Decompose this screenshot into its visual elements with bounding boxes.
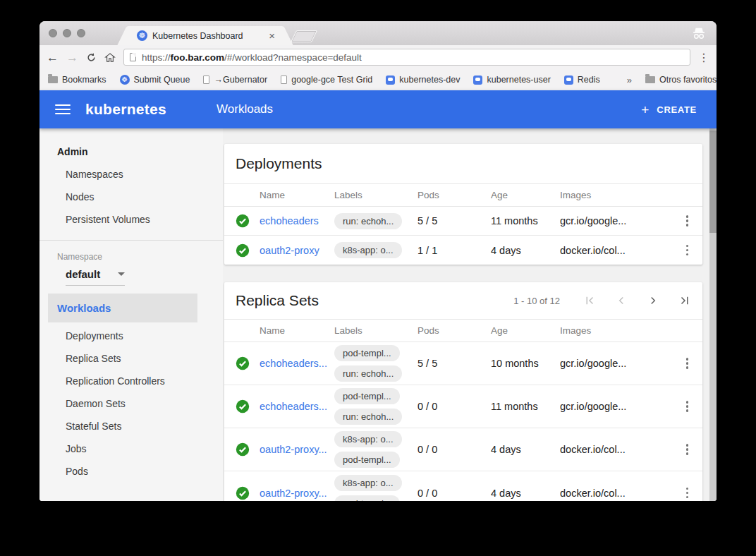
- age-cell: 4 days: [491, 488, 560, 499]
- column-pods: Pods: [417, 325, 491, 336]
- folder-icon: [48, 76, 58, 83]
- new-tab-button[interactable]: [291, 30, 317, 42]
- chat-icon: [386, 75, 395, 85]
- row-menu-icon[interactable]: [683, 485, 692, 501]
- sidebar-item-workloads[interactable]: Workloads: [48, 294, 197, 322]
- table-row: oauth2-proxy... k8s-app: o... pod-templ.…: [224, 428, 702, 471]
- images-cell: gcr.io/google...: [560, 215, 671, 226]
- incognito-icon: [691, 27, 707, 40]
- bookmark-folder-bookmarks[interactable]: Bookmarks: [48, 75, 106, 85]
- bookmark-folder-otros-favoritos[interactable]: Otros favoritos: [645, 75, 717, 85]
- status-ok-icon: [236, 356, 250, 370]
- pagination: 1 - 10 of 12: [513, 294, 691, 307]
- app-body: Admin Namespaces Nodes Persistent Volume…: [39, 128, 717, 501]
- label-chip: k8s-app: o...: [334, 242, 402, 258]
- sidebar-item-namespaces[interactable]: Namespaces: [39, 163, 223, 186]
- replica-set-link[interactable]: echoheaders...: [260, 401, 334, 412]
- browser-window: ☸ Kubernetes Dashboard × ← → https://foo…: [39, 21, 717, 501]
- column-name: Name: [260, 190, 334, 200]
- pagination-range: 1 - 10 of 12: [513, 296, 560, 306]
- column-images: Images: [560, 190, 671, 200]
- namespace-value: default: [66, 268, 100, 280]
- scrollbar-thumb[interactable]: [709, 131, 717, 233]
- create-button[interactable]: + CREATE: [641, 103, 697, 116]
- namespace-label: Namespace: [39, 249, 223, 265]
- row-menu-icon[interactable]: [683, 398, 692, 415]
- bookmark-gubernator[interactable]: →Gubernator: [203, 75, 267, 85]
- sidebar-item-persistent-volumes[interactable]: Persistent Volumes: [39, 208, 223, 231]
- sidebar-item-replica-sets[interactable]: Replica Sets: [39, 347, 223, 370]
- browser-toolbar: ← → https://foo.bar.com/#/workload?names…: [39, 45, 717, 69]
- zoom-window-button[interactable]: [77, 29, 85, 37]
- column-labels: Labels: [334, 325, 417, 336]
- pods-cell: 5 / 5: [417, 358, 491, 369]
- deployments-card-title: Deployments: [236, 155, 322, 172]
- chat-icon: [564, 75, 573, 85]
- browser-tab[interactable]: ☸ Kubernetes Dashboard ×: [128, 26, 282, 45]
- home-button[interactable]: [104, 52, 116, 63]
- reload-button[interactable]: [86, 52, 97, 63]
- page-icon: [281, 75, 287, 84]
- page-security-icon[interactable]: [130, 53, 136, 61]
- row-menu-icon[interactable]: [683, 212, 692, 229]
- age-cell: 11 months: [491, 215, 560, 226]
- sidebar-item-stateful-sets[interactable]: Stateful Sets: [39, 415, 223, 437]
- status-ok-icon: [236, 486, 250, 500]
- replica-set-link[interactable]: oauth2-proxy...: [260, 444, 334, 455]
- column-name: Name: [260, 325, 334, 336]
- age-cell: 4 days: [491, 245, 560, 256]
- deployment-link[interactable]: echoheaders: [260, 215, 334, 226]
- namespace-select[interactable]: default: [66, 268, 125, 286]
- address-bar[interactable]: https://foo.bar.com/#/workload?namespace…: [123, 49, 690, 66]
- tab-title: Kubernetes Dashboard: [152, 31, 267, 41]
- status-ok-icon: [236, 442, 250, 457]
- bookmark-submit-queue[interactable]: ☸ Submit Queue: [120, 75, 190, 85]
- browser-menu-icon[interactable]: ⋮: [698, 51, 709, 64]
- folder-icon: [645, 76, 655, 83]
- forward-button[interactable]: →: [66, 52, 78, 64]
- sidebar-item-admin[interactable]: Admin: [39, 140, 223, 163]
- sidebar-item-jobs[interactable]: Jobs: [39, 437, 223, 460]
- last-page-icon[interactable]: [678, 294, 691, 307]
- row-menu-icon[interactable]: [683, 242, 692, 259]
- age-cell: 4 days: [491, 444, 560, 455]
- bookmark-kubernetes-user[interactable]: kubernetes-user: [473, 75, 550, 85]
- row-menu-icon[interactable]: [683, 441, 692, 458]
- next-page-icon[interactable]: [647, 294, 659, 307]
- pods-cell: 0 / 0: [417, 444, 491, 455]
- back-button[interactable]: ←: [47, 52, 59, 64]
- sidebar-item-replication-controllers[interactable]: Replication Controllers: [39, 370, 223, 392]
- close-window-button[interactable]: [49, 29, 57, 37]
- replica-sets-card-title: Replica Sets: [236, 292, 319, 309]
- hamburger-menu-icon[interactable]: [55, 104, 71, 114]
- bookmarks-bar: Bookmarks ☸ Submit Queue →Gubernator goo…: [39, 69, 717, 90]
- images-cell: docker.io/col...: [560, 245, 671, 256]
- replica-set-link[interactable]: echoheaders...: [260, 358, 334, 369]
- images-cell: gcr.io/google...: [560, 358, 671, 369]
- deployment-link[interactable]: oauth2-proxy: [260, 245, 334, 256]
- age-cell: 10 months: [491, 358, 560, 369]
- bookmark-google-gce-test-grid[interactable]: google-gce Test Grid: [281, 75, 372, 85]
- table-row: echoheaders run: echoh... 5 / 5 11 month…: [224, 207, 702, 236]
- close-tab-icon[interactable]: ×: [267, 30, 276, 42]
- first-page-icon[interactable]: [583, 294, 596, 307]
- row-menu-icon[interactable]: [683, 355, 692, 372]
- bookmark-redis[interactable]: Redis: [564, 75, 600, 85]
- bookmarks-overflow-icon[interactable]: »: [627, 75, 632, 85]
- deployments-card: Deployments Name Labels Pods Age Images …: [224, 144, 702, 265]
- sidebar-item-nodes[interactable]: Nodes: [39, 186, 223, 208]
- kubernetes-favicon-icon: ☸: [137, 30, 147, 41]
- sidebar-item-pods[interactable]: Pods: [39, 460, 223, 483]
- page-scrollbar[interactable]: [709, 128, 717, 501]
- sidebar-item-deployments[interactable]: Deployments: [39, 325, 223, 347]
- column-age: Age: [491, 325, 560, 336]
- sidebar-item-daemon-sets[interactable]: Daemon Sets: [39, 392, 223, 415]
- minimize-window-button[interactable]: [63, 29, 71, 37]
- pods-cell: 5 / 5: [417, 215, 491, 226]
- previous-page-icon[interactable]: [615, 294, 628, 307]
- page-title: Workloads: [217, 102, 273, 116]
- label-chip: k8s-app: o...: [334, 431, 402, 447]
- kubernetes-icon: ☸: [120, 75, 130, 85]
- replica-set-link[interactable]: oauth2-proxy...: [260, 488, 334, 499]
- bookmark-kubernetes-dev[interactable]: kubernetes-dev: [386, 75, 460, 85]
